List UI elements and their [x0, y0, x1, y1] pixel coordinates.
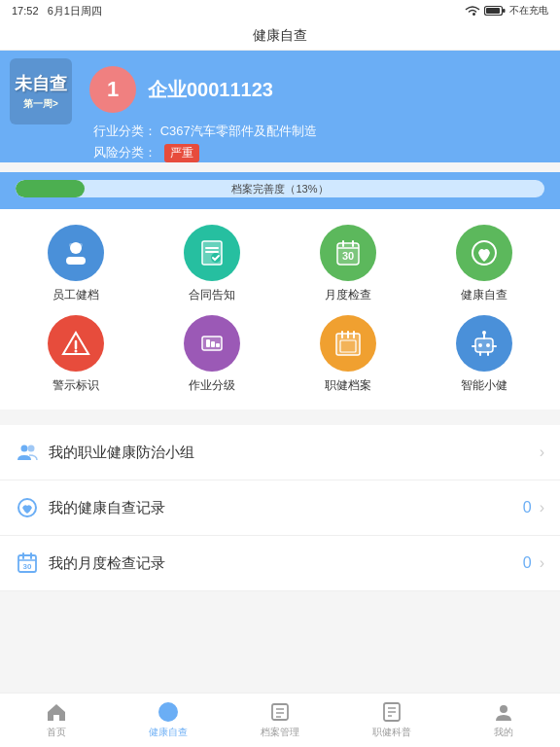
- svg-point-54: [500, 705, 508, 713]
- contract-label: 合同告知: [189, 287, 235, 303]
- list-item-count-2: 0: [523, 554, 532, 572]
- health-label: 健康自查: [461, 287, 508, 303]
- list-item-label-0: 我的职业健康防治小组: [49, 444, 540, 462]
- robot-label: 智能小健: [461, 377, 508, 394]
- tab-item-home[interactable]: 首页: [0, 694, 112, 747]
- grid-section: 员工健档 合同告知 30 月度检查 健康自查 警示标识 作业分级 职健档案: [0, 209, 560, 409]
- tab-item-profile[interactable]: 我的: [448, 694, 560, 747]
- wifi-icon: [465, 5, 480, 17]
- list-item-label-2: 我的月度检查记录: [49, 554, 523, 573]
- profile-tab-label: 我的: [494, 726, 513, 739]
- knowledge-tab-label: 职健科普: [372, 726, 411, 739]
- svg-point-30: [486, 343, 490, 347]
- section-divider: [0, 409, 560, 417]
- list-item-count-1: 0: [523, 499, 532, 516]
- svg-point-32: [482, 331, 486, 335]
- svg-rect-5: [69, 243, 83, 247]
- grade-label: 作业分级: [189, 377, 235, 394]
- battery-text: 不在充电: [509, 4, 548, 18]
- nav-title: 健康自查: [253, 27, 307, 45]
- svg-rect-22: [216, 343, 220, 347]
- tab-bar: 首页 健康自查 档案管理 职健科普 我的: [0, 693, 560, 747]
- status-date: 6月1日周四: [48, 5, 102, 17]
- svg-rect-28: [475, 338, 493, 352]
- progress-label: 档案完善度（13%）: [231, 182, 328, 196]
- warning-label: 警示标识: [52, 377, 99, 394]
- nav-bar: 健康自查: [0, 21, 560, 51]
- uncheck-main-text: 未自查: [15, 72, 67, 95]
- grid-item-employee[interactable]: 员工健档: [8, 225, 144, 303]
- list-item-2[interactable]: 30 我的月度检查记录 0 ›: [0, 536, 560, 591]
- monthly-icon-circle: 30: [320, 225, 376, 281]
- svg-point-29: [478, 343, 482, 347]
- svg-rect-4: [66, 257, 86, 265]
- uncheck-week-label: 第一周>: [23, 97, 58, 111]
- svg-rect-21: [211, 341, 215, 347]
- grid-item-robot[interactable]: 智能小健: [416, 315, 552, 394]
- progress-bar-container: 档案完善度（13%）: [16, 180, 544, 197]
- grid-item-warning[interactable]: 警示标识: [8, 315, 144, 394]
- company-name: 企业00011123: [148, 77, 273, 103]
- robot-icon-circle: [456, 315, 512, 372]
- svg-point-38: [28, 445, 35, 452]
- employee-icon-circle: [48, 225, 104, 281]
- knowledge-tab-icon: [381, 701, 402, 723]
- avatar-number: 1: [107, 77, 119, 102]
- svg-point-37: [21, 445, 28, 452]
- chevron-icon-1: ›: [540, 499, 544, 516]
- archive-mgmt-tab-label: 档案管理: [261, 726, 299, 739]
- uncheck-sticker: 未自查 第一周>: [10, 58, 72, 124]
- grid-item-grade[interactable]: 作业分级: [144, 315, 280, 394]
- status-time: 17:52: [12, 5, 39, 17]
- industry-value: C367汽车零部件及配件制造: [160, 124, 317, 138]
- status-time-date: 17:52 6月1日周四: [12, 4, 102, 18]
- industry-row: 行业分类： C367汽车零部件及配件制造: [16, 123, 544, 140]
- health-check-tab-icon: [158, 701, 179, 723]
- profile-tab-icon: [493, 701, 514, 723]
- tab-item-health-check[interactable]: 健康自查: [112, 694, 224, 747]
- risk-badge: 严重: [164, 144, 199, 162]
- tab-item-knowledge[interactable]: 职健科普: [336, 694, 448, 747]
- header-card: 未自查 第一周> 1 企业00011123 行业分类： C367汽车零部件及配件…: [0, 51, 560, 162]
- progress-bar-fill: [16, 180, 85, 197]
- health-icon-circle: [456, 225, 512, 281]
- monthly-record-list-icon: 30: [16, 551, 39, 575]
- risk-label: 风险分类：: [93, 145, 157, 160]
- grid-item-archive[interactable]: 职健档案: [280, 315, 416, 394]
- home-tab-icon: [46, 701, 67, 723]
- health-record-list-icon: [16, 496, 39, 519]
- archive-icon-circle: [320, 315, 376, 372]
- svg-point-18: [75, 350, 78, 353]
- group-list-icon: [16, 441, 39, 464]
- tab-item-archive-mgmt[interactable]: 档案管理: [224, 694, 335, 747]
- svg-rect-1: [486, 8, 500, 14]
- archive-mgmt-tab-icon: [269, 701, 291, 723]
- grid-item-monthly[interactable]: 30 月度检查: [280, 225, 416, 303]
- industry-label: 行业分类：: [93, 124, 157, 138]
- avatar: 1: [89, 66, 136, 113]
- svg-text:30: 30: [23, 562, 32, 571]
- chevron-icon-0: ›: [540, 444, 544, 461]
- list-item-0[interactable]: 我的职业健康防治小组 ›: [0, 425, 560, 480]
- monthly-label: 月度检查: [325, 287, 371, 303]
- chevron-icon-2: ›: [540, 554, 544, 572]
- status-bar: 17:52 6月1日周四 不在充电: [0, 0, 560, 21]
- svg-text:30: 30: [342, 250, 354, 262]
- icon-grid: 员工健档 合同告知 30 月度检查 健康自查 警示标识 作业分级 职健档案: [8, 225, 552, 394]
- warning-icon-circle: [48, 315, 104, 372]
- grid-item-health[interactable]: 健康自查: [416, 225, 552, 303]
- contract-icon-circle: [184, 225, 240, 281]
- company-row: 1 企业00011123: [16, 66, 544, 113]
- risk-row: 风险分类： 严重: [16, 144, 544, 162]
- employee-label: 员工健档: [52, 287, 99, 303]
- health-check-tab-label: 健康自查: [149, 726, 188, 739]
- list-item-1[interactable]: 我的健康自查记录 0 ›: [0, 480, 560, 536]
- grade-icon-circle: [184, 315, 240, 372]
- list-section: 我的职业健康防治小组 › 我的健康自查记录 0 › 30 我的月度检查记录 0 …: [0, 425, 560, 591]
- progress-section: 档案完善度（13%）: [0, 172, 560, 209]
- status-icons: 不在充电: [465, 4, 548, 18]
- svg-rect-2: [503, 9, 506, 13]
- battery-icon: [484, 5, 506, 17]
- list-item-label-1: 我的健康自查记录: [49, 499, 523, 517]
- grid-item-contract[interactable]: 合同告知: [144, 225, 280, 303]
